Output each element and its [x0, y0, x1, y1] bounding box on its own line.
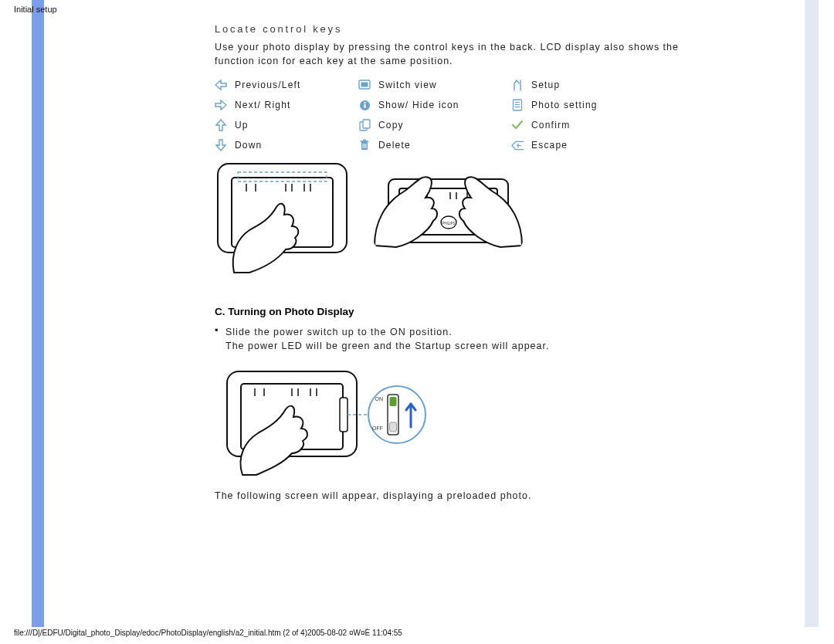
main-content: Locate control keys Use your photo displ…: [215, 23, 693, 501]
escape-icon: [511, 139, 524, 151]
bullet-dot-icon: •: [215, 325, 221, 353]
right-margin-stripe: [805, 0, 819, 627]
bullet-line-1: Slide the power switch up to the ON posi…: [225, 327, 453, 337]
arrow-right-icon: [215, 99, 227, 111]
locate-intro-text: Use your photo display by pressing the c…: [215, 41, 693, 68]
key-up: Up: [215, 119, 344, 131]
bullet-line-2: The power LED will be green and the Star…: [225, 341, 549, 351]
key-label: Delete: [378, 140, 411, 151]
keys-col-3: Setup Photo setting Confirm Escape: [511, 79, 635, 151]
confirm-icon: [511, 119, 524, 131]
key-copy: Copy: [358, 119, 497, 131]
key-label: Next/ Right: [235, 100, 291, 110]
svg-rect-48: [340, 398, 348, 432]
key-switch-view: Switch view: [358, 79, 497, 91]
key-setup: Setup: [511, 79, 635, 91]
locate-figures-row: PHILIPS PHILIPS: [215, 161, 693, 275]
key-photo-setting: Photo setting: [511, 99, 635, 111]
key-label: Show/ Hide icon: [378, 100, 459, 110]
svg-rect-1: [361, 83, 368, 87]
keys-col-1: Previous/Left Next/ Right Up Down: [215, 79, 344, 151]
svg-rect-9: [363, 140, 366, 141]
key-next-right: Next/ Right: [215, 99, 344, 111]
info-icon: [358, 99, 371, 111]
svg-point-3: [364, 101, 365, 103]
key-label: Up: [235, 120, 249, 130]
key-show-hide-icon: Show/ Hide icon: [358, 99, 497, 111]
control-keys-table: Previous/Left Next/ Right Up Down: [215, 79, 693, 151]
key-down: Down: [215, 139, 344, 151]
key-label: Confirm: [531, 120, 570, 130]
section-c-figure: PHILIPS ON OFF: [222, 367, 693, 480]
page-header: Initial setup: [14, 5, 57, 14]
locate-control-keys-heading: Locate control keys: [215, 23, 693, 35]
section-c-after-text: The following screen will appear, displa…: [215, 490, 693, 501]
key-label: Down: [235, 140, 262, 151]
key-label: Switch view: [378, 80, 437, 90]
page-footer-path: file:///D|/EDFU/Digital_photo_Display/ed…: [14, 629, 402, 637]
photo-setting-icon: [511, 99, 524, 111]
figure-back-of-frame: PHILIPS: [215, 161, 350, 275]
svg-rect-52: [390, 397, 397, 406]
svg-rect-6: [363, 120, 370, 128]
section-c-bullet: • Slide the power switch up to the ON po…: [215, 325, 693, 353]
key-confirm: Confirm: [511, 119, 635, 131]
key-label: Photo setting: [531, 100, 598, 110]
off-label: OFF: [372, 425, 383, 431]
key-delete: Delete: [358, 139, 497, 151]
key-label: Copy: [378, 120, 404, 130]
keys-col-2: Switch view Show/ Hide icon Copy Delete: [358, 79, 497, 151]
figure-two-hands: PHILIPS: [373, 161, 524, 249]
arrow-left-icon: [215, 79, 227, 91]
svg-rect-53: [390, 422, 397, 432]
svg-text:PHILIPS: PHILIPS: [442, 222, 455, 225]
arrow-down-icon: [215, 139, 227, 151]
svg-rect-4: [364, 104, 365, 108]
key-label: Setup: [531, 80, 560, 90]
switch-view-icon: [358, 79, 371, 91]
arrow-up-icon: [215, 119, 227, 131]
copy-icon: [358, 119, 371, 131]
trash-icon: [358, 139, 371, 151]
key-label: Previous/Left: [235, 80, 301, 90]
on-label: ON: [375, 396, 384, 402]
key-previous-left: Previous/Left: [215, 79, 344, 91]
key-label: Escape: [531, 140, 568, 151]
setup-icon: [511, 79, 524, 91]
key-escape: Escape: [511, 139, 635, 151]
left-margin-stripe: [32, 0, 44, 627]
section-c-heading: C. Turning on Photo Display: [215, 306, 693, 317]
